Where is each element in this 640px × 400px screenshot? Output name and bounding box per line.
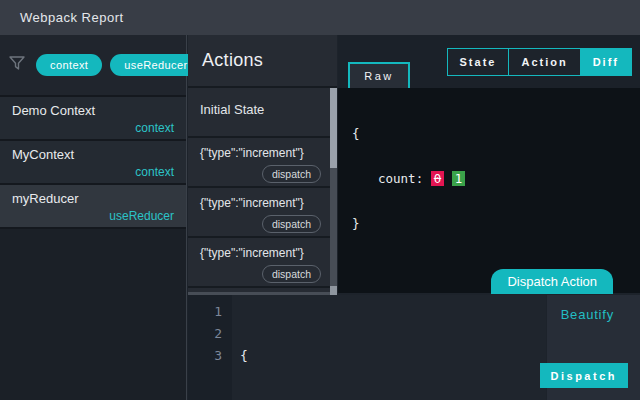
title-bar: Webpack Report bbox=[0, 0, 640, 35]
actions-vertical-scrollbar[interactable] bbox=[330, 88, 337, 295]
action-item-increment-1[interactable]: {"type":"increment"} dispatch bbox=[188, 138, 337, 188]
line-number: 2 bbox=[188, 323, 222, 345]
dispatch-chip-button[interactable]: dispatch bbox=[262, 165, 321, 183]
action-label: {"type":"increment"} bbox=[200, 146, 321, 160]
tab-action[interactable]: Action bbox=[508, 49, 579, 75]
context-type-tag: context bbox=[12, 165, 174, 179]
context-type-tag: context bbox=[12, 121, 174, 135]
action-item-initial-state[interactable]: Initial State bbox=[188, 88, 337, 138]
raw-tab-label: Raw bbox=[364, 70, 394, 82]
context-type-tag: useReducer bbox=[12, 209, 174, 223]
tab-state[interactable]: State bbox=[448, 49, 509, 75]
actions-list: Initial State {"type":"increment"} dispa… bbox=[188, 88, 337, 295]
context-name: Demo Context bbox=[12, 103, 174, 118]
action-json-editor[interactable]: 1 2 3 { "type": "increment" } bbox=[188, 295, 546, 400]
action-item-increment-2[interactable]: {"type":"increment"} dispatch bbox=[188, 188, 337, 238]
tab-diff[interactable]: Diff bbox=[580, 49, 631, 75]
context-list-item-demo-context[interactable]: Demo Context context bbox=[0, 97, 186, 141]
line-number: 1 bbox=[188, 301, 222, 323]
dispatch-button[interactable]: Dispatch bbox=[540, 363, 628, 388]
filter-row: context useReducer bbox=[0, 35, 186, 97]
diff-open-brace: { bbox=[352, 126, 640, 141]
code-line-1: { bbox=[240, 345, 405, 367]
actions-header: Actions bbox=[188, 35, 337, 88]
tab-raw[interactable]: Raw bbox=[348, 62, 410, 88]
dispatch-chip-button[interactable]: dispatch bbox=[262, 265, 321, 283]
filter-funnel-icon bbox=[8, 54, 26, 76]
devtools-window: Webpack Report context useReducer Demo C… bbox=[0, 0, 640, 400]
actions-panel-title: Actions bbox=[202, 50, 263, 71]
editor-gutter: 1 2 3 bbox=[188, 295, 232, 400]
diff-added-value: 1 bbox=[452, 171, 466, 186]
state-panel: Raw State Action Diff { count: 0 1 } Dis… bbox=[338, 35, 640, 293]
actions-panel: Actions Initial State {"type":"increment… bbox=[188, 35, 337, 295]
dispatch-chip-button[interactable]: dispatch bbox=[262, 215, 321, 233]
action-label: Initial State bbox=[200, 96, 321, 117]
dispatch-action-button[interactable]: Dispatch Action bbox=[491, 269, 613, 294]
beautify-button[interactable]: Beautify bbox=[561, 307, 614, 322]
action-item-increment-3[interactable]: {"type":"increment"} dispatch bbox=[188, 238, 337, 288]
filter-pill-context[interactable]: context bbox=[36, 54, 102, 76]
line-number: 3 bbox=[188, 345, 222, 367]
context-list-item-mycontext[interactable]: MyContext context bbox=[0, 141, 186, 185]
action-label: {"type":"increment"} bbox=[200, 196, 321, 210]
dispatch-panel: Beautify Dispatch bbox=[547, 295, 640, 400]
context-name: MyContext bbox=[12, 147, 174, 162]
diff-removed-value: 0 bbox=[431, 171, 445, 186]
diff-close-brace: } bbox=[352, 216, 640, 231]
view-mode-tabs: State Action Diff bbox=[447, 48, 632, 76]
scrollbar-corner bbox=[330, 286, 337, 295]
diff-count-line: count: 0 1 bbox=[352, 171, 640, 186]
app-title: Webpack Report bbox=[20, 10, 124, 25]
sidebar: context useReducer Demo Context context … bbox=[0, 35, 187, 400]
diff-viewer: { count: 0 1 } bbox=[338, 88, 640, 293]
action-label: {"type":"increment"} bbox=[200, 246, 321, 260]
context-list-item-myreducer[interactable]: myReducer useReducer bbox=[0, 185, 186, 229]
editor-code[interactable]: { "type": "increment" } bbox=[232, 295, 405, 400]
context-name: myReducer bbox=[12, 191, 174, 206]
diff-key: count: bbox=[378, 171, 431, 186]
scrollbar-thumb[interactable] bbox=[330, 88, 337, 168]
